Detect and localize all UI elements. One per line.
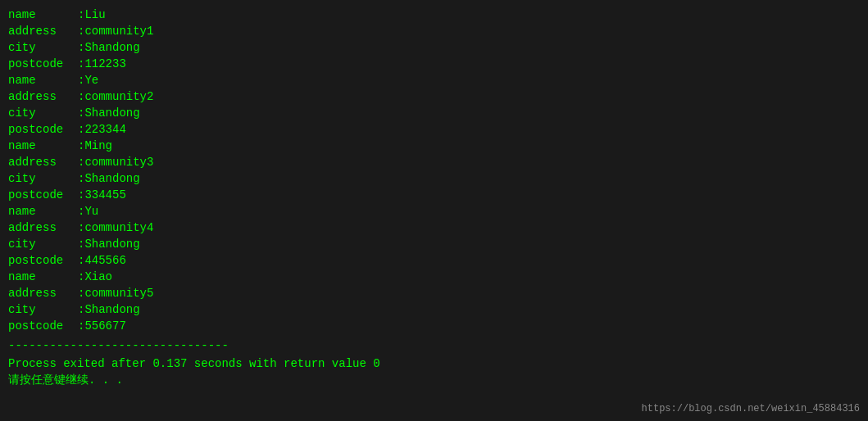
city-key-3: city <box>8 170 78 187</box>
address-value-1: :community1 <box>78 23 153 39</box>
postcode-value-5: :556677 <box>78 318 126 334</box>
postcode-key-4: postcode <box>8 252 78 269</box>
name-key-3: name <box>8 138 78 154</box>
name-value-3: :Ming <box>78 138 112 154</box>
postcode-value-2: :223344 <box>78 121 126 138</box>
name-key-1: name <box>8 7 78 23</box>
record-3-name: name:Ming <box>8 138 860 154</box>
postcode-value-1: :112233 <box>78 56 126 72</box>
record-5-postcode: postcode:556677 <box>8 318 860 334</box>
record-2-postcode: postcode:223344 <box>8 121 860 138</box>
record-4-postcode: postcode:445566 <box>8 252 860 269</box>
address-key-3: address <box>8 154 78 170</box>
record-5-name: name:Xiao <box>8 269 860 285</box>
watermark: https://blog.csdn.net/weixin_45884316 <box>642 403 860 414</box>
record-3-address: address:community3 <box>8 154 860 170</box>
city-value-1: :Shandong <box>78 39 140 56</box>
postcode-key-3: postcode <box>8 187 78 203</box>
record-1-city: city:Shandong <box>8 39 860 56</box>
terminal: name:Liu address:community1 city:Shandon… <box>0 0 868 421</box>
record-5-city: city:Shandong <box>8 301 860 318</box>
postcode-value-3: :334455 <box>78 187 126 203</box>
city-value-4: :Shandong <box>78 236 140 252</box>
city-value-5: :Shandong <box>78 301 140 318</box>
name-value-1: :Liu <box>78 7 106 23</box>
record-4-address: address:community4 <box>8 220 860 236</box>
postcode-key-5: postcode <box>8 318 78 334</box>
postcode-key-2: postcode <box>8 121 78 138</box>
record-1-address: address:community1 <box>8 23 860 39</box>
record-4-city: city:Shandong <box>8 236 860 252</box>
address-key-1: address <box>8 23 78 39</box>
city-value-2: :Shandong <box>78 105 140 121</box>
separator-line: -------------------------------- <box>8 337 860 354</box>
name-key-5: name <box>8 269 78 285</box>
address-key-5: address <box>8 285 78 301</box>
record-3-postcode: postcode:334455 <box>8 187 860 203</box>
city-key-2: city <box>8 105 78 121</box>
city-key-1: city <box>8 39 78 56</box>
record-3-city: city:Shandong <box>8 170 860 187</box>
address-value-5: :community5 <box>78 285 153 301</box>
record-1-name: name:Liu <box>8 7 860 23</box>
address-key-4: address <box>8 220 78 236</box>
record-1-postcode: postcode:112233 <box>8 56 860 72</box>
address-key-2: address <box>8 88 78 105</box>
record-2-city: city:Shandong <box>8 105 860 121</box>
address-value-3: :community3 <box>78 154 153 170</box>
city-key-4: city <box>8 236 78 252</box>
continue-prompt: 请按任意键继续. . . <box>8 372 860 388</box>
name-value-2: :Ye <box>78 72 98 88</box>
city-key-5: city <box>8 301 78 318</box>
name-key-4: name <box>8 203 78 220</box>
name-value-5: :Xiao <box>78 269 112 285</box>
address-value-2: :community2 <box>78 88 153 105</box>
record-2-address: address:community2 <box>8 88 860 105</box>
postcode-key-1: postcode <box>8 56 78 72</box>
name-value-4: :Yu <box>78 203 98 220</box>
record-4-name: name:Yu <box>8 203 860 220</box>
city-value-3: :Shandong <box>78 170 140 187</box>
postcode-value-4: :445566 <box>78 252 126 269</box>
record-2-name: name:Ye <box>8 72 860 88</box>
name-key-2: name <box>8 72 78 88</box>
process-exit-line: Process exited after 0.137 seconds with … <box>8 355 860 372</box>
address-value-4: :community4 <box>78 220 153 236</box>
record-5-address: address:community5 <box>8 285 860 301</box>
